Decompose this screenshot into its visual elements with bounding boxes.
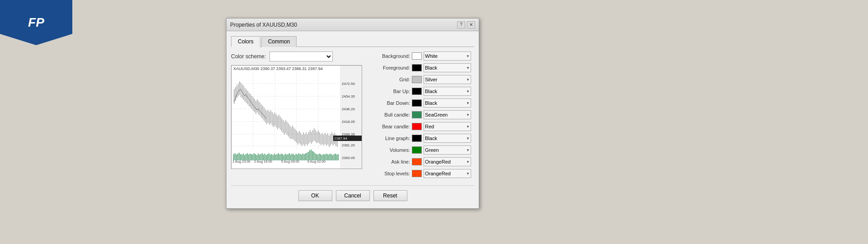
swatch-bar-up bbox=[412, 88, 422, 95]
svg-rect-127 bbox=[273, 155, 274, 160]
dropdown-arrow-line: ▼ bbox=[466, 136, 470, 141]
svg-rect-150 bbox=[304, 154, 305, 160]
help-button[interactable]: ? bbox=[457, 21, 465, 28]
select-grid[interactable]: Silver ▼ bbox=[424, 75, 471, 84]
dropdown-arrow-barup: ▼ bbox=[466, 89, 470, 94]
swatch-bar-down bbox=[412, 99, 422, 107]
prop-row-ask-line: Ask line: OrangeRed ▼ bbox=[369, 157, 474, 166]
reset-button[interactable]: Reset bbox=[373, 190, 407, 201]
tab-colors[interactable]: Colors bbox=[231, 36, 260, 47]
svg-rect-111 bbox=[251, 154, 252, 160]
svg-text:2 Aug 16:00: 2 Aug 16:00 bbox=[254, 160, 272, 164]
svg-rect-129 bbox=[275, 155, 276, 160]
svg-rect-156 bbox=[312, 151, 313, 160]
prop-label-background: Background: bbox=[369, 53, 410, 59]
cancel-button[interactable]: Cancel bbox=[336, 190, 370, 201]
dialog-footer: OK Cancel Reset bbox=[231, 185, 474, 204]
svg-rect-166 bbox=[326, 154, 326, 160]
prop-label-volumes: Volumes: bbox=[369, 147, 410, 153]
prop-label-grid: Grid: bbox=[369, 77, 410, 82]
swatch-grid bbox=[412, 76, 422, 83]
svg-text:2454.35: 2454.35 bbox=[342, 94, 355, 99]
prop-row-bar-down: Bar Down: Black ▼ bbox=[369, 99, 474, 108]
svg-rect-155 bbox=[311, 150, 311, 160]
svg-rect-169 bbox=[330, 154, 330, 160]
dropdown-arrow-bull: ▼ bbox=[466, 113, 470, 117]
prop-row-bar-up: Bar Up: Black ▼ bbox=[369, 87, 474, 96]
svg-text:5 Aug 09:00: 5 Aug 09:00 bbox=[281, 160, 299, 164]
prop-row-grid: Grid: Silver ▼ bbox=[369, 75, 474, 84]
prop-label-bar-down: Bar Down: bbox=[369, 100, 410, 106]
select-ask-line[interactable]: OrangeRed ▼ bbox=[424, 157, 471, 166]
dropdown-arrow: ▼ bbox=[466, 54, 470, 58]
chart-preview: XAUUSD,M30 2390.37 2393.47 2386.31 2387.… bbox=[231, 65, 362, 169]
svg-rect-168 bbox=[328, 155, 329, 160]
svg-rect-154 bbox=[309, 150, 310, 160]
select-stop-levels[interactable]: OrangeRed ▼ bbox=[424, 169, 471, 178]
svg-text:2436.20: 2436.20 bbox=[342, 107, 355, 111]
dialog-title: Properties of XAUUSD,M30 bbox=[230, 22, 297, 28]
prop-row-background: Background: White ▼ bbox=[369, 52, 474, 61]
props-section: Background: White ▼ Foreground: Black ▼ bbox=[369, 52, 474, 181]
chart-header: XAUUSD,M30 2390.37 2393.47 2386.31 2387.… bbox=[231, 66, 325, 72]
dropdown-arrow-ask: ▼ bbox=[466, 160, 470, 164]
svg-rect-128 bbox=[274, 154, 275, 160]
svg-text:2387.94: 2387.94 bbox=[334, 136, 347, 141]
dialog-titlebar: Properties of XAUUSD,M30 ? ✕ bbox=[226, 19, 479, 31]
dropdown-arrow-bear: ▼ bbox=[466, 125, 470, 129]
svg-rect-175 bbox=[338, 154, 339, 160]
prop-row-line-graph: Line graph: Black ▼ bbox=[369, 134, 474, 143]
prop-label-line-graph: Line graph: bbox=[369, 136, 410, 141]
dialog-body: Colors Common Color scheme: XAUUSD,M30 2 bbox=[226, 31, 479, 208]
svg-rect-171 bbox=[332, 155, 333, 160]
svg-rect-149 bbox=[302, 154, 303, 160]
logo-text: FP bbox=[28, 15, 44, 30]
svg-rect-173 bbox=[335, 154, 336, 160]
svg-rect-170 bbox=[331, 154, 332, 160]
svg-rect-148 bbox=[301, 155, 302, 160]
svg-text:6 Aug 02:00: 6 Aug 02:00 bbox=[307, 160, 326, 164]
dropdown-arrow-grid: ▼ bbox=[466, 78, 470, 82]
svg-text:1 Aug 23:00: 1 Aug 23:00 bbox=[232, 160, 250, 164]
swatch-background bbox=[412, 52, 422, 60]
select-background[interactable]: White ▼ bbox=[424, 52, 471, 61]
color-scheme-row: Color scheme: bbox=[231, 52, 362, 61]
logo: FP bbox=[0, 0, 72, 45]
tab-common[interactable]: Common bbox=[261, 36, 297, 47]
prop-label-ask-line: Ask line: bbox=[369, 159, 410, 164]
prop-row-bear-candle: Bear candle: Red ▼ bbox=[369, 122, 474, 131]
dropdown-arrow-vol: ▼ bbox=[466, 148, 470, 152]
swatch-volumes bbox=[412, 146, 422, 154]
select-bull-candle[interactable]: SeaGreen ▼ bbox=[424, 110, 471, 119]
color-scheme-select[interactable] bbox=[269, 52, 333, 61]
select-bar-up[interactable]: Black ▼ bbox=[424, 87, 471, 96]
select-line-graph[interactable]: Black ▼ bbox=[424, 134, 471, 143]
chart-section: Color scheme: XAUUSD,M30 2390.37 2393.47… bbox=[231, 52, 362, 181]
prop-label-stop-levels: Stop levels: bbox=[369, 171, 410, 176]
prop-row-stop-levels: Stop levels: OrangeRed ▼ bbox=[369, 169, 474, 178]
svg-rect-132 bbox=[279, 155, 280, 160]
tab-bar: Colors Common bbox=[231, 36, 474, 47]
svg-text:2363.05: 2363.05 bbox=[342, 156, 355, 160]
svg-text:2418.05: 2418.05 bbox=[342, 120, 355, 124]
select-volumes[interactable]: Green ▼ bbox=[424, 145, 471, 155]
svg-text:2381.20: 2381.20 bbox=[342, 143, 355, 147]
color-scheme-label: Color scheme: bbox=[231, 53, 266, 60]
properties-dialog: Properties of XAUUSD,M30 ? ✕ Colors Comm… bbox=[226, 18, 479, 209]
svg-rect-167 bbox=[327, 154, 328, 160]
select-foreground[interactable]: Black ▼ bbox=[424, 63, 471, 72]
dropdown-arrow-fg: ▼ bbox=[466, 66, 470, 70]
select-bear-candle[interactable]: Red ▼ bbox=[424, 122, 471, 131]
prop-label-bear-candle: Bear candle: bbox=[369, 124, 410, 129]
svg-rect-1 bbox=[340, 66, 362, 169]
dropdown-arrow-bardown: ▼ bbox=[466, 101, 470, 105]
ok-button[interactable]: OK bbox=[298, 190, 332, 201]
prop-row-bull-candle: Bull candle: SeaGreen ▼ bbox=[369, 110, 474, 119]
content-area: Color scheme: XAUUSD,M30 2390.37 2393.47… bbox=[231, 52, 474, 181]
svg-rect-172 bbox=[334, 154, 335, 160]
swatch-bull-candle bbox=[412, 111, 422, 118]
swatch-foreground bbox=[412, 64, 422, 71]
swatch-bear-candle bbox=[412, 123, 422, 130]
select-bar-down[interactable]: Black ▼ bbox=[424, 99, 471, 108]
close-button[interactable]: ✕ bbox=[467, 21, 475, 28]
